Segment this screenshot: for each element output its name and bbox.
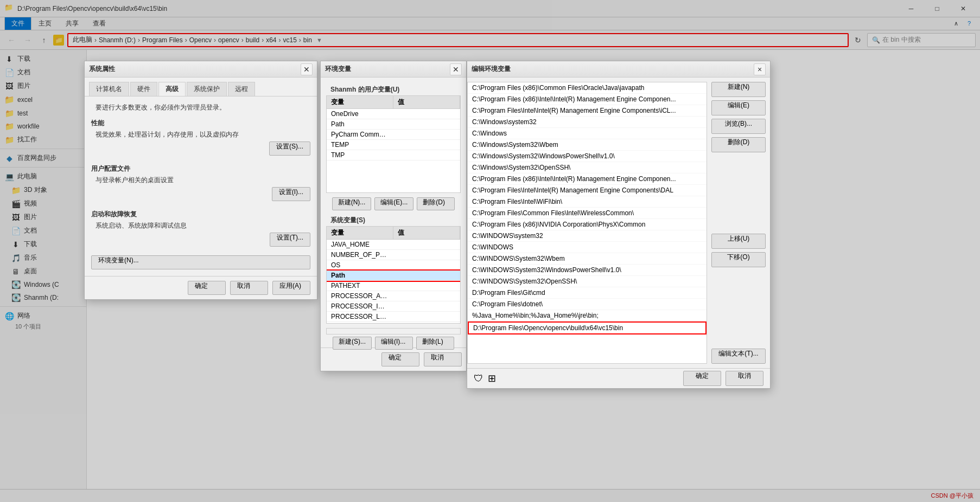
env-user-new-btn[interactable]: 新建(N)... [332, 197, 372, 210]
sys-props-recovery-desc: 系统启动、系统故障和调试信息 [96, 221, 310, 230]
sys-props-content: 要进行大多数更改，你必须作为管理员登录。 性能 视觉效果，处理器计划，内存使用，… [85, 96, 317, 276]
edit-env-movedown-btn[interactable]: 下移(O) [711, 252, 766, 267]
edit-env-delete-btn[interactable]: 删除(D) [711, 137, 766, 152]
env-sys-del-btn[interactable]: 删除(L) [416, 337, 454, 350]
env-user-cell-val-1 [393, 119, 460, 129]
edit-env-cancel-btn[interactable]: 取消 [726, 371, 763, 386]
sys-props-tab-4[interactable]: 远程 [228, 82, 255, 96]
env-user-cell-name-4: TMP [327, 150, 393, 160]
sys-props-profile-settings[interactable]: 设置(I)... [272, 187, 310, 201]
edit-env-title-bar: 编辑环境变量 × [467, 61, 770, 78]
env-sys-cell-val-2 [393, 260, 460, 270]
env-sys-scrollbar[interactable] [326, 328, 461, 334]
edit-env-list-row-14[interactable]: C:\WINDOWS [468, 242, 707, 253]
env-dialog-cancel[interactable]: 取消 [424, 352, 462, 366]
env-user-cell-val-3 [393, 140, 460, 150]
env-sys-cell-name-3: Path [327, 271, 393, 280]
env-user-row-4[interactable]: TMP [327, 150, 460, 160]
env-sys-cell-name-2: OS [327, 260, 393, 270]
env-user-cell-name-0: OneDrive [327, 109, 393, 119]
edit-env-list: C:\Program Files (x86)\Common Files\Orac… [467, 82, 707, 364]
edit-env-new-btn[interactable]: 新建(N) [711, 82, 766, 97]
edit-env-moveup-btn[interactable]: 上移(U) [711, 234, 766, 249]
env-user-row-2[interactable]: PyCharm Community Editio [327, 130, 460, 140]
edit-env-list-row-2[interactable]: C:\Program Files\Intel\Intel(R) Manageme… [468, 105, 707, 117]
edit-env-list-row-0[interactable]: C:\Program Files (x86)\Common Files\Orac… [468, 82, 707, 94]
edit-env-list-row-19[interactable]: C:\Program Files\dotnet\ [468, 299, 707, 310]
env-sys-scrollbar-area [326, 328, 461, 334]
env-sys-vars-title: 系统变量(S) [326, 214, 461, 226]
env-user-row-1[interactable]: Path [327, 119, 460, 130]
edit-env-list-row-21[interactable]: D:\Program Files\Opencv\opencv\build\x64… [468, 321, 707, 334]
edit-env-list-row-15[interactable]: C:\WINDOWS\System32\Wbem [468, 253, 707, 265]
edit-env-list-wrap: C:\Program Files (x86)\Common Files\Orac… [467, 78, 707, 368]
edit-env-edit-btn[interactable]: 编辑(E) [711, 100, 766, 115]
edit-env-list-row-16[interactable]: C:\WINDOWS\System32\WindowsPowerShell\v1… [468, 265, 707, 276]
env-user-cell-val-2 [393, 130, 460, 139]
edit-env-list-row-12[interactable]: C:\Program Files (x86)\NVIDIA Corporatio… [468, 219, 707, 230]
env-user-cell-name-1: Path [327, 119, 393, 129]
env-dialog-title-bar: 环境变量 ✕ [321, 61, 466, 78]
env-sys-row-4[interactable]: PATHEXT [327, 281, 460, 291]
sys-props-perf-settings[interactable]: 设置(S)... [269, 141, 310, 156]
edit-env-body-wrap: C:\Program Files (x86)\Common Files\Orac… [467, 78, 770, 368]
env-sys-new-btn[interactable]: 新建(S)... [333, 337, 372, 350]
sys-props-cancel[interactable]: 取消 [230, 281, 268, 295]
env-sys-row-2[interactable]: OS [327, 260, 460, 271]
env-sys-row-7[interactable]: PROCESSOR_LEVEL [327, 312, 460, 322]
edit-env-close[interactable]: × [754, 63, 766, 75]
edit-env-list-row-20[interactable]: %Java_Home%\bin;%Java_Home%\jre\bin; [468, 310, 707, 321]
sys-props-close[interactable]: ✕ [301, 63, 313, 75]
env-sys-cell-val-1 [393, 250, 460, 260]
env-user-del-btn[interactable]: 删除(D) [417, 197, 455, 210]
env-sys-row-1[interactable]: NUMBER_OF_PROCESSORS [327, 250, 460, 260]
env-sys-cell-val-7 [393, 312, 460, 321]
env-sys-edit-btn[interactable]: 编辑(I)... [375, 337, 413, 350]
env-sys-row-5[interactable]: PROCESSOR_ARCHITECTUR [327, 291, 460, 301]
env-dialog-ok[interactable]: 确定 [381, 352, 419, 366]
env-dialog-close[interactable]: ✕ [450, 63, 462, 75]
env-user-row-0[interactable]: OneDrive [327, 109, 460, 119]
env-user-row-3[interactable]: TEMP [327, 140, 460, 150]
edit-env-security-row: 🛡 ⊞ 确定 取消 [467, 368, 770, 388]
edit-env-ok-btn[interactable]: 确定 [683, 371, 721, 386]
env-user-cell-val-0 [393, 109, 460, 119]
edit-env-list-row-13[interactable]: C:\WINDOWS\system32 [468, 230, 707, 242]
edit-env-dialog: 编辑环境变量 × C:\Program Files (x86)\Common F… [467, 61, 771, 389]
sys-props-ok[interactable]: 确定 [188, 281, 226, 295]
edit-env-list-row-7[interactable]: C:\Windows\System32\OpenSSH\ [468, 162, 707, 173]
env-sys-row-3[interactable]: Path [327, 271, 460, 281]
sys-props-tab-2[interactable]: 高级 [158, 82, 186, 96]
edit-env-list-row-5[interactable]: C:\Windows\System32\Wbem [468, 139, 707, 151]
env-vars-btn[interactable]: 环境变量(N)... [91, 255, 310, 269]
env-sys-row-0[interactable]: JAVA_HOME [327, 240, 460, 250]
edit-env-list-row-1[interactable]: C:\Program Files (x86)\Intel\Intel(R) Ma… [468, 94, 707, 105]
edit-env-btns: 新建(N) 编辑(E) 浏览(B)... 删除(D) 上移(U) 下移(O) 编… [707, 78, 770, 368]
env-sys-cell-val-6 [393, 301, 460, 311]
sys-props-tab-0[interactable]: 计算机名 [89, 82, 129, 96]
env-sys-vars-list: 变量 值 JAVA_HOME NUMBER_OF_PROCESSORS OS P… [326, 226, 461, 324]
sys-props-recovery-settings[interactable]: 设置(T)... [270, 233, 310, 247]
env-sys-cell-name-6: PROCESSOR_IDENTIFIER [327, 301, 393, 311]
sys-props-title-bar: 系统属性 ✕ [85, 61, 317, 78]
env-user-edit-btn[interactable]: 编辑(E)... [374, 197, 413, 210]
edit-env-list-row-18[interactable]: D:\Program Files\Git\cmd [468, 287, 707, 299]
sys-props-apply[interactable]: 应用(A) [272, 281, 310, 295]
env-user-col1: 变量 [327, 96, 393, 108]
sys-props-tab-3[interactable]: 系统保护 [187, 82, 227, 96]
sys-props-tab-1[interactable]: 硬件 [130, 82, 157, 96]
env-dialog-title: 环境变量 [325, 65, 450, 74]
edit-env-list-row-8[interactable]: C:\Program Files (x86)\Intel\Intel(R) Ma… [468, 173, 707, 185]
edit-env-list-row-9[interactable]: C:\Program Files\Intel\Intel(R) Manageme… [468, 185, 707, 196]
env-user-cell-val-4 [393, 150, 460, 160]
edit-env-list-row-6[interactable]: C:\Windows\System32\WindowsPowerShell\v1… [468, 151, 707, 162]
env-sys-cell-name-1: NUMBER_OF_PROCESSORS [327, 250, 393, 260]
edit-env-list-row-10[interactable]: C:\Program Files\Intel\WiFi\bin\ [468, 196, 707, 208]
edit-env-list-row-4[interactable]: C:\Windows [468, 128, 707, 139]
edit-env-list-row-17[interactable]: C:\WINDOWS\System32\OpenSSH\ [468, 276, 707, 287]
edit-env-list-row-3[interactable]: C:\Windows\system32 [468, 117, 707, 128]
edit-env-edittext-btn[interactable]: 编辑文本(T)... [711, 349, 766, 364]
env-sys-row-6[interactable]: PROCESSOR_IDENTIFIER [327, 301, 460, 312]
edit-env-list-row-11[interactable]: C:\Program Files\Common Files\Intel\Wire… [468, 208, 707, 219]
edit-env-browse-btn[interactable]: 浏览(B)... [711, 119, 766, 134]
